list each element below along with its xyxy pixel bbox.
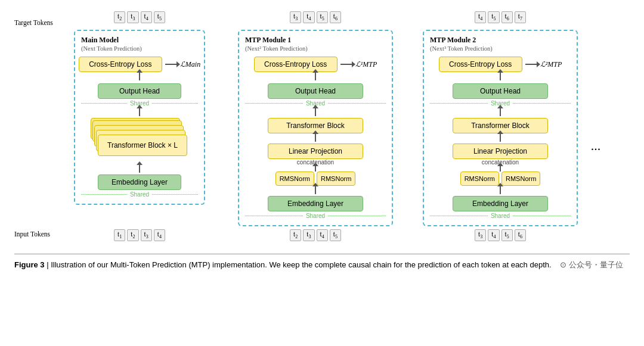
mtp1-arrow2 [315, 108, 316, 116]
token-t3: t3 [127, 11, 138, 23]
mtp1-loss-label: ℒ¹MTP [355, 60, 377, 69]
mtp1-arrow4 [315, 186, 316, 194]
token-t6: t6 [330, 11, 341, 23]
main-target-tokens: t2 t3 t4 t5 [114, 11, 165, 24]
input-t5: t5 [330, 229, 341, 241]
watermark: ⊙ 公众号・量子位 [560, 259, 623, 271]
main-output-head: Output Head [98, 83, 181, 99]
token-t4: t4 [303, 11, 314, 23]
token-t5: t5 [317, 11, 328, 23]
mtp1-output-head: Output Head [268, 83, 363, 99]
mtp1-arrow1 [315, 72, 316, 80]
mtp1-concat: concatenation [297, 159, 334, 172]
mtp1-loss-box: Cross-Entropy Loss [254, 57, 338, 72]
token-t4: t4 [475, 11, 486, 23]
caption-separator: | [45, 260, 51, 269]
mtp2-target-tokens: t4 t5 t6 t7 [475, 11, 526, 24]
watermark-text: 公众号・量子位 [569, 259, 623, 271]
figure-caption: Figure 3 | Illustration of our Multi-Tok… [14, 254, 630, 271]
dots-label: ... [591, 138, 601, 154]
input-t1: t1 [114, 229, 125, 241]
mtp2-loss-label: ℒ²MTP [540, 60, 562, 69]
input-t3: t3 [141, 229, 152, 241]
mtp1-arrow3 [315, 133, 316, 142]
input-t2: t2 [290, 229, 301, 241]
mtp2-arrow4 [500, 186, 501, 194]
mtp1-box: MTP Module 1 (Next² Token Prediction) Cr… [238, 30, 393, 226]
main-model-column: Main Model (Next Token Prediction) Cross… [62, 30, 217, 226]
mtp1-target-tokens: t3 t4 t5 t6 [290, 11, 341, 24]
mtp2-rmsnorm1: RMSNorm [460, 172, 499, 186]
input-t4: t4 [317, 229, 328, 241]
dots-column: ... [587, 30, 605, 226]
main-model-title: Main Model [81, 36, 198, 45]
arrow2 [139, 108, 140, 116]
mtp1-rmsnorm1: RMSNorm [275, 172, 314, 186]
watermark-icon: ⊙ [560, 259, 566, 271]
mtp1-column: MTP Module 1 (Next² Token Prediction) Cr… [229, 30, 402, 226]
token-t5: t5 [488, 11, 499, 23]
mtp2-arrow2 [500, 108, 501, 116]
token-t3: t3 [290, 11, 301, 23]
mtp2-embedding: Embedding Layer [453, 196, 548, 211]
mtp2-linear-proj: Linear Projection [453, 144, 548, 159]
mtp2-loss-arrow [525, 64, 537, 65]
mtp2-arrow1 [500, 72, 501, 80]
mtp2-output-head: Output Head [453, 83, 548, 99]
main-model-subtitle: (Next Token Prediction) [81, 45, 198, 52]
main-input-tokens: t1 t2 t3 t4 [114, 229, 165, 242]
token-t4: t4 [141, 11, 152, 23]
main-transformer-stack: Transformer Block × L [92, 118, 187, 160]
arrow1 [139, 72, 140, 80]
input-t3: t3 [475, 229, 486, 241]
mtp2-subtitle: (Next³ Token Prediction) [430, 45, 571, 52]
main-transformer-label: Transformer Block × L [98, 135, 187, 156]
mtp1-embedding: Embedding Layer [268, 196, 363, 211]
caption-text: Illustration of our Multi-Token Predicti… [51, 260, 551, 269]
mtp1-shared-label2: Shared [306, 213, 325, 219]
mtp1-rmsnorm2: RMSNorm [317, 172, 355, 186]
main-model-box: Main Model (Next Token Prediction) Cross… [74, 30, 205, 205]
mtp1-loss-arrow [340, 64, 352, 65]
target-tokens-label: Target Tokens [14, 19, 62, 27]
caption-label: Figure 3 [14, 260, 45, 269]
mtp2-column: MTP Module 2 (Next³ Token Prediction) Cr… [414, 30, 587, 226]
main-loss-label: ℒMain [180, 60, 200, 69]
input-t4: t4 [154, 229, 165, 241]
token-t2: t2 [114, 11, 125, 23]
main-shared-label2: Shared [130, 191, 149, 198]
main-loss-arrow [165, 64, 177, 65]
mtp2-rmsnorm2: RMSNorm [501, 172, 540, 186]
mtp1-subtitle: (Next² Token Prediction) [245, 45, 386, 52]
diagram-area: Target Tokens t2 t3 t4 t5 t3 t4 t5 t6 [14, 11, 630, 245]
input-t4: t4 [488, 229, 499, 241]
mtp2-box: MTP Module 2 (Next³ Token Prediction) Cr… [423, 30, 578, 226]
mtp2-arrow3 [500, 133, 501, 142]
input-t3: t3 [303, 229, 314, 241]
mtp1-input-tokens: t2 t3 t4 t5 [290, 229, 341, 242]
token-t5: t5 [154, 11, 165, 23]
token-t7: t7 [515, 11, 526, 23]
mtp2-shared-label2: Shared [491, 213, 510, 219]
input-tokens-label: Input Tokens [14, 229, 62, 238]
main-embedding-layer: Embedding Layer [98, 174, 181, 190]
input-t2: t2 [127, 229, 138, 241]
mtp2-input-tokens: t3 t4 t5 t6 [475, 229, 526, 242]
mtp2-loss-box: Cross-Entropy Loss [439, 57, 522, 72]
token-t6: t6 [501, 11, 513, 23]
mtp1-linear-proj: Linear Projection [268, 144, 363, 159]
mtp2-title: MTP Module 2 [430, 36, 571, 45]
mtp2-concat: concatenation [482, 159, 519, 172]
input-t5: t5 [501, 229, 513, 241]
input-t6: t6 [515, 229, 526, 241]
mtp1-title: MTP Module 1 [245, 36, 386, 45]
main-loss-box: Cross-Entropy Loss [79, 57, 162, 72]
arrow3 [139, 164, 140, 173]
